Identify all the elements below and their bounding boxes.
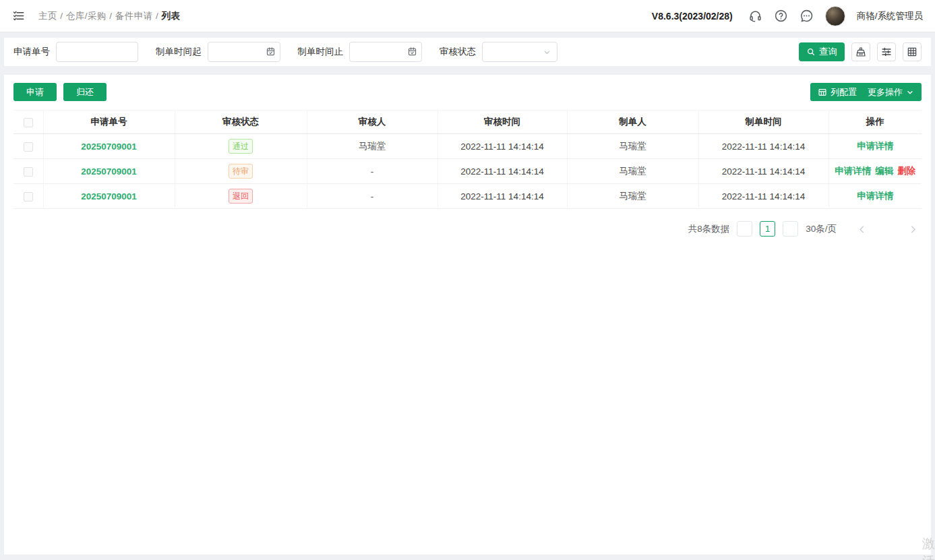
detail-link[interactable]: 申请详情: [857, 141, 893, 151]
status-badge: 通过: [229, 139, 253, 154]
detail-link[interactable]: 申请详情: [835, 166, 871, 176]
col-make-time: 制单时间: [698, 111, 828, 134]
col-maker: 制单人: [567, 111, 698, 134]
table-header-row: 申请单号 审核状态 审核人 审核时间 制单人 制单时间 操作: [13, 111, 922, 134]
order-no-link[interactable]: 20250709001: [81, 191, 137, 201]
col-audit-time: 审核时间: [438, 111, 567, 134]
table-toolbar: 申请 归还 列配置 更多操作: [13, 83, 922, 101]
sliders-icon: [881, 46, 892, 57]
time-to-input[interactable]: [349, 42, 422, 62]
main-card: 申请 归还 列配置 更多操作 申请单号 审核状态 审核人: [4, 75, 931, 555]
delete-link[interactable]: 删除: [897, 166, 915, 176]
pagination-prev-box[interactable]: [737, 221, 752, 237]
filter-settings-button[interactable]: [877, 42, 896, 61]
query-button[interactable]: 查询: [799, 42, 845, 61]
header-right: V8.6.3(2023/02/28) 商辂/系统管理员: [652, 6, 923, 26]
header-checkbox-cell: [13, 111, 43, 134]
pagination-prev-arrow[interactable]: [856, 224, 868, 235]
audit-time-cell: 2022-11-11 14:14:14: [438, 159, 567, 184]
auditor-cell: 马瑞堂: [307, 134, 438, 159]
filter-actions: 查询: [799, 42, 922, 61]
row-checkbox[interactable]: [24, 167, 33, 177]
maker-cell: 马瑞堂: [567, 134, 698, 159]
menu-list-icon[interactable]: [12, 9, 25, 22]
more-actions-button[interactable]: 更多操作: [868, 86, 914, 98]
chevron-down-icon: [543, 48, 551, 57]
auditor-cell: -: [307, 184, 438, 209]
col-auditor: 审核人: [307, 111, 438, 134]
return-button[interactable]: 归还: [63, 83, 107, 101]
support-headset-icon[interactable]: [748, 9, 762, 23]
help-icon[interactable]: [774, 9, 788, 23]
version-label: V8.6.3(2023/02/28): [652, 11, 733, 22]
time-from-input[interactable]: [208, 42, 280, 62]
order-no-label: 申请单号: [13, 46, 50, 58]
pagination-page-size[interactable]: 30条/页: [806, 223, 837, 235]
user-avatar[interactable]: [825, 6, 845, 26]
search-icon: [806, 47, 816, 57]
audit-time-cell: 2022-11-11 14:14:14: [438, 134, 567, 159]
breadcrumb[interactable]: 主页 / 仓库/采购 / 备件申请 / 列表: [38, 10, 181, 22]
column-config-button[interactable]: 列配置: [818, 86, 857, 98]
time-from-label: 制单时间起: [156, 46, 202, 58]
make-time-cell: 2022-11-11 14:14:14: [698, 184, 828, 209]
toolbar-right-group: 列配置 更多操作: [810, 83, 922, 101]
status-select[interactable]: [482, 42, 557, 62]
applications-table: 申请单号 审核状态 审核人 审核时间 制单人 制单时间 操作 202507090…: [13, 110, 922, 209]
breadcrumb-path[interactable]: 主页 / 仓库/采购 / 备件申请 /: [38, 11, 158, 21]
row-checkbox[interactable]: [24, 142, 33, 152]
order-no-link[interactable]: 20250709001: [81, 166, 137, 177]
order-no-link[interactable]: 20250709001: [81, 142, 137, 152]
status-badge: 待审: [229, 164, 253, 179]
table-grid-button[interactable]: [903, 42, 922, 61]
pagination-next-box[interactable]: [783, 221, 798, 237]
time-from-field: [208, 42, 280, 62]
breadcrumb-current: 列表: [162, 11, 181, 21]
chevron-down-icon: [906, 88, 914, 96]
maker-cell: 马瑞堂: [567, 159, 698, 184]
detail-link[interactable]: 申请详情: [857, 191, 893, 201]
top-header: 主页 / 仓库/采购 / 备件申请 / 列表 V8.6.3(2023/02/28…: [0, 0, 935, 32]
table-row: 20250709001 通过 马瑞堂 2022-11-11 14:14:14 马…: [13, 134, 922, 159]
pagination: 共8条数据 1 30条/页: [13, 221, 922, 241]
row-checkbox[interactable]: [24, 192, 33, 201]
select-all-checkbox[interactable]: [24, 118, 33, 127]
message-icon[interactable]: [800, 9, 814, 23]
maker-cell: 马瑞堂: [567, 184, 698, 209]
clear-broom-button[interactable]: [851, 42, 870, 61]
make-time-cell: 2022-11-11 14:14:14: [698, 134, 828, 159]
pagination-total: 共8条数据: [688, 223, 730, 235]
order-no-input[interactable]: [56, 42, 138, 62]
apply-button[interactable]: 申请: [13, 83, 57, 101]
table-row: 20250709001 待审 - 2022-11-11 14:14:14 马瑞堂…: [13, 159, 922, 184]
time-to-label: 制单时间止: [298, 46, 344, 58]
pagination-page-1[interactable]: 1: [760, 221, 775, 237]
make-time-cell: 2022-11-11 14:14:14: [698, 159, 828, 184]
audit-time-cell: 2022-11-11 14:14:14: [438, 184, 567, 209]
status-badge: 退回: [229, 189, 253, 204]
edit-link[interactable]: 编辑: [875, 166, 893, 176]
col-audit-status: 审核状态: [175, 111, 307, 134]
col-operations: 操作: [828, 111, 922, 134]
filter-bar: 申请单号 制单时间起 制单时间止 审核状态 查询: [4, 38, 931, 66]
pagination-next-arrow[interactable]: [907, 224, 919, 235]
grid-icon: [907, 46, 917, 57]
table-row: 20250709001 退回 - 2022-11-11 14:14:14 马瑞堂…: [13, 184, 922, 209]
broom-icon: [855, 46, 866, 57]
col-order-no: 申请单号: [43, 111, 175, 134]
username-label[interactable]: 商辂/系统管理员: [857, 10, 923, 22]
auditor-cell: -: [307, 159, 438, 184]
status-label: 审核状态: [440, 46, 476, 58]
column-grid-icon: [818, 88, 827, 97]
time-to-field: [349, 42, 422, 62]
